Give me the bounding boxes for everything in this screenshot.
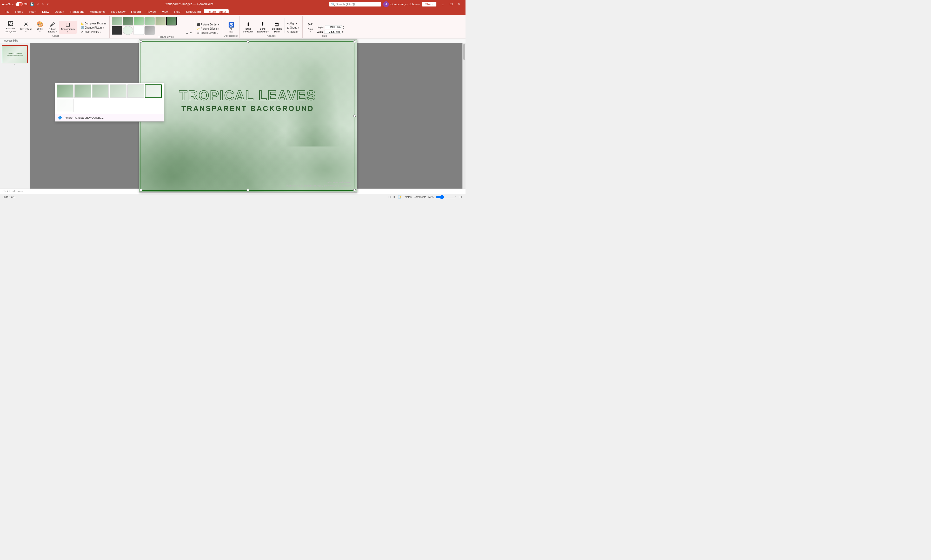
width-input[interactable] — [324, 30, 341, 34]
style-preset-2[interactable] — [123, 17, 133, 25]
menu-transitions[interactable]: Transitions — [67, 9, 87, 14]
close-button[interactable]: ✕ — [455, 1, 463, 7]
autosave-area: AutoSave Off — [2, 2, 28, 6]
notes-status-btn[interactable]: Notes — [405, 195, 412, 198]
menu-animations[interactable]: Animations — [87, 9, 107, 14]
zoom-slider[interactable] — [435, 195, 456, 199]
customize-qa-button[interactable]: ▾ — [46, 2, 49, 6]
color-button[interactable]: 🎨 Color▾ — [34, 21, 46, 34]
style-preset-10[interactable] — [145, 26, 155, 35]
reset-picture-button[interactable]: ↺ Reset Picture ▾ — [80, 30, 108, 34]
search-input[interactable] — [336, 3, 377, 6]
menu-help[interactable]: Help — [171, 9, 183, 14]
scroll-track — [463, 43, 465, 189]
width-up[interactable]: ▲ — [342, 30, 344, 32]
comments-status-btn[interactable]: Comments — [414, 195, 426, 198]
sep3 — [284, 18, 285, 33]
group-icon: ⊡ — [287, 26, 289, 29]
style-preset-4[interactable] — [145, 17, 155, 25]
trans-preset-0[interactable] — [57, 85, 74, 98]
accessibility-btn[interactable]: Accessibility — [2, 39, 20, 42]
search-box[interactable]: 🔍 — [329, 2, 381, 6]
height-up[interactable]: ▲ — [343, 25, 345, 27]
undo-button[interactable]: ↩ — [35, 2, 40, 6]
trans-preset-65[interactable] — [127, 85, 144, 98]
menu-slidelizard[interactable]: SlideLizard — [183, 9, 203, 14]
height-input[interactable] — [325, 25, 342, 29]
minimize-button[interactable]: 🗕 — [439, 1, 447, 7]
width-down[interactable]: ▼ — [342, 32, 344, 34]
artistic-effects-button[interactable]: 🖌 ArtisticEffects ▾ — [46, 21, 58, 34]
slide-thumbnail-1[interactable]: TROPICAL LEAVES TRANSPARENT BACKGROUND — [2, 45, 28, 63]
menu-design[interactable]: Design — [52, 9, 67, 14]
menu-picture-format[interactable]: Picture Format — [204, 9, 229, 14]
corrections-button[interactable]: ☀ Corrections▾ — [18, 21, 34, 34]
style-preset-7[interactable] — [112, 26, 122, 35]
styles-scroll-down[interactable]: ▼ — [189, 31, 193, 35]
outline-view-btn[interactable]: ≡ — [392, 195, 396, 199]
rotate-button[interactable]: ↻ Rotate ▾ — [286, 30, 300, 34]
scroll-thumb[interactable] — [463, 44, 465, 60]
redo-button[interactable]: ↪ — [41, 2, 45, 6]
ribbon: 🖼 RemoveBackground ☀ Corrections▾ 🎨 Colo… — [0, 15, 466, 38]
alt-text-button[interactable]: ♿ AltText — [225, 22, 237, 34]
menu-slideshow[interactable]: Slide Show — [108, 9, 128, 14]
view-buttons: ⊡ ≡ 📝 — [387, 195, 403, 199]
change-picture-button[interactable]: 🔄 Change Picture ▾ — [80, 26, 108, 29]
align-button[interactable]: ≡ Align ▾ — [286, 22, 300, 25]
menu-view[interactable]: View — [160, 9, 171, 14]
crop-label: Crop▾ — [308, 28, 313, 33]
crop-button[interactable]: ✂ Crop▾ — [305, 21, 316, 34]
share-button[interactable]: Share — [422, 2, 436, 6]
style-preset-5[interactable] — [155, 17, 166, 25]
trans-preset-30[interactable] — [92, 85, 109, 98]
slide-title-area: TROPICAL LEAVES TRANSPARENT BACKGROUND — [179, 88, 316, 113]
picture-transparency-options-button[interactable]: 🔷 Picture Transparency Options... — [55, 114, 164, 121]
selection-pane-button[interactable]: ▤ SelectionPane — [271, 21, 283, 34]
menu-file[interactable]: File — [2, 9, 12, 14]
remove-background-button[interactable]: 🖼 RemoveBackground — [3, 20, 18, 34]
trans-preset-50[interactable] — [109, 85, 126, 98]
style-preset-3[interactable] — [134, 17, 144, 25]
save-button[interactable]: 💾 — [29, 2, 35, 6]
maximize-button[interactable]: 🗖 — [447, 1, 455, 7]
vertical-scrollbar[interactable] — [462, 43, 466, 189]
trans-preset-80[interactable] — [145, 85, 162, 98]
transparency-button[interactable]: ◻ Transparency▾ — [59, 21, 77, 34]
height-row: Height: ▲ ▼ — [317, 25, 345, 29]
transparency-icon: ◻ — [65, 22, 70, 27]
trans-options-icon: 🔷 — [58, 115, 62, 120]
user-avatar[interactable]: J — [383, 1, 389, 7]
notes-view-btn[interactable]: 📝 — [397, 195, 403, 199]
menu-draw[interactable]: Draw — [40, 9, 52, 14]
menu-record[interactable]: Record — [129, 9, 143, 14]
trans-preset-15[interactable] — [74, 85, 91, 98]
autosave-toggle[interactable] — [15, 2, 23, 6]
style-preset-1[interactable] — [112, 17, 122, 25]
styles-scroll-up[interactable]: ▲ — [185, 31, 189, 35]
compress-button[interactable]: 📐 Compress Pictures — [80, 22, 108, 25]
trans-preset-95[interactable] — [57, 99, 74, 112]
height-spinner: ▲ ▼ — [343, 25, 345, 29]
style-preset-6[interactable] — [166, 17, 177, 25]
style-preset-9[interactable] — [134, 26, 144, 35]
menu-home[interactable]: Home — [13, 9, 26, 14]
fit-button[interactable]: ⊡ — [459, 195, 463, 199]
height-label: Height: — [317, 26, 325, 29]
leaf-shapes — [139, 40, 357, 192]
picture-effects-button[interactable]: ✨ Picture Effects ▾ — [195, 27, 220, 31]
slide-subtitle: TRANSPARENT BACKGROUND — [179, 105, 316, 113]
slide-canvas[interactable]: TROPICAL LEAVES TRANSPARENT BACKGROUND W… — [139, 39, 357, 192]
bring-forward-button[interactable]: ⬆ BringForward ▾ — [242, 21, 255, 34]
picture-border-button[interactable]: ⬛ Picture Border ▾ — [195, 23, 220, 26]
canvas-area: TROPICAL LEAVES TRANSPARENT BACKGROUND W… — [30, 43, 466, 189]
height-down[interactable]: ▼ — [343, 27, 345, 29]
group-button[interactable]: ⊡ Group ▾ — [286, 26, 300, 29]
send-backward-button[interactable]: ⬇ SendBackward ▾ — [255, 21, 270, 34]
style-preset-8[interactable] — [123, 26, 133, 35]
menu-review[interactable]: Review — [144, 9, 159, 14]
menu-insert[interactable]: Insert — [26, 9, 39, 14]
slide-panel: TROPICAL LEAVES TRANSPARENT BACKGROUND 1 — [0, 43, 30, 189]
picture-layout-button[interactable]: ⊞ Picture Layout ▾ — [195, 31, 220, 35]
normal-view-btn[interactable]: ⊡ — [387, 195, 392, 199]
